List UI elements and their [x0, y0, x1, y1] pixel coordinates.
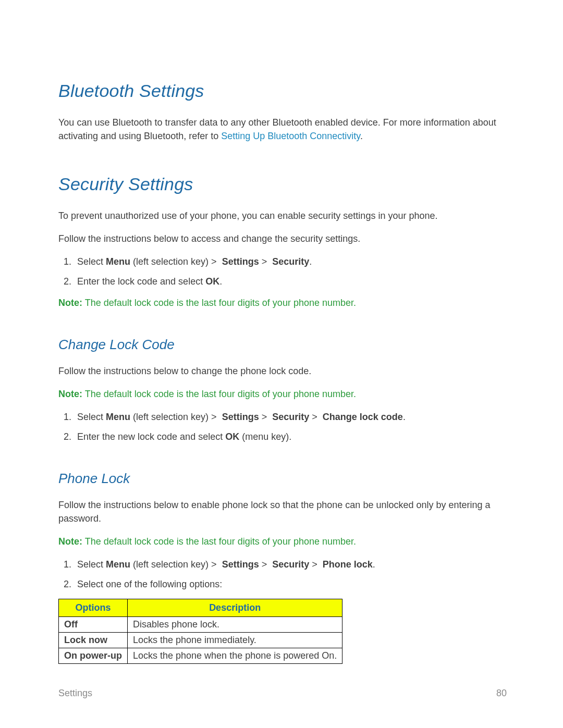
- phone-lock-step-2: Select one of the following options:: [74, 577, 507, 591]
- document-page: Bluetooth Settings You can use Bluetooth…: [0, 0, 563, 728]
- link-setting-up-bluetooth[interactable]: Setting Up Bluetooth Connectivity: [221, 131, 360, 141]
- change-lock-steps: Select Menu (left selection key) > Setti…: [58, 410, 507, 443]
- table-header-options: Options: [59, 599, 128, 616]
- phone-lock-note: Note: The default lock code is the last …: [58, 535, 507, 548]
- page-footer: Settings 80: [58, 688, 507, 699]
- change-lock-intro: Follow the instructions below to change …: [58, 364, 507, 378]
- phone-lock-intro: Follow the instructions below to enable …: [58, 498, 507, 525]
- security-steps: Select Menu (left selection key) > Setti…: [58, 255, 507, 288]
- option-name: Lock now: [59, 632, 128, 648]
- security-step-2: Enter the lock code and select OK.: [74, 275, 507, 288]
- security-intro-1: To prevent unauthorized use of your phon…: [58, 209, 507, 223]
- table-row: On power-up Locks the phone when the pho…: [59, 648, 342, 663]
- table-row: Off Disables phone lock.: [59, 616, 342, 632]
- note-body: The default lock code is the last four d…: [82, 298, 356, 308]
- security-note: Note: The default lock code is the last …: [58, 296, 507, 310]
- note-body: The default lock code is the last four d…: [82, 389, 356, 399]
- note-label: Note:: [58, 389, 82, 399]
- change-lock-note: Note: The default lock code is the last …: [58, 387, 507, 401]
- option-description: Locks the phone immediately.: [128, 632, 342, 648]
- phone-lock-options-table: Options Description Off Disables phone l…: [58, 599, 342, 664]
- change-lock-step-2: Enter the new lock code and select OK (m…: [74, 430, 507, 443]
- footer-page-number: 80: [496, 688, 507, 699]
- note-label: Note:: [58, 298, 82, 308]
- bluetooth-paragraph: You can use Bluetooth to transfer data t…: [58, 116, 507, 143]
- table-row: Lock now Locks the phone immediately.: [59, 632, 342, 648]
- heading-bluetooth-settings: Bluetooth Settings: [58, 81, 507, 101]
- option-name: On power-up: [59, 648, 128, 663]
- phone-lock-step-1: Select Menu (left selection key) > Setti…: [74, 558, 507, 571]
- heading-security-settings: Security Settings: [58, 174, 507, 194]
- bluetooth-text-after-link: .: [360, 131, 363, 141]
- change-lock-step-1: Select Menu (left selection key) > Setti…: [74, 410, 507, 424]
- security-step-1: Select Menu (left selection key) > Setti…: [74, 255, 507, 268]
- heading-change-lock-code: Change Lock Code: [58, 337, 507, 353]
- note-label: Note:: [58, 536, 82, 547]
- table-header-description: Description: [128, 599, 342, 616]
- note-body: The default lock code is the last four d…: [82, 536, 356, 547]
- option-description: Locks the phone when the phone is powere…: [128, 648, 342, 663]
- security-intro-2: Follow the instructions below to access …: [58, 232, 507, 245]
- phone-lock-steps: Select Menu (left selection key) > Setti…: [58, 558, 507, 591]
- option-name: Off: [59, 616, 128, 632]
- footer-section: Settings: [58, 688, 92, 699]
- heading-phone-lock: Phone Lock: [58, 471, 507, 487]
- option-description: Disables phone lock.: [128, 616, 342, 632]
